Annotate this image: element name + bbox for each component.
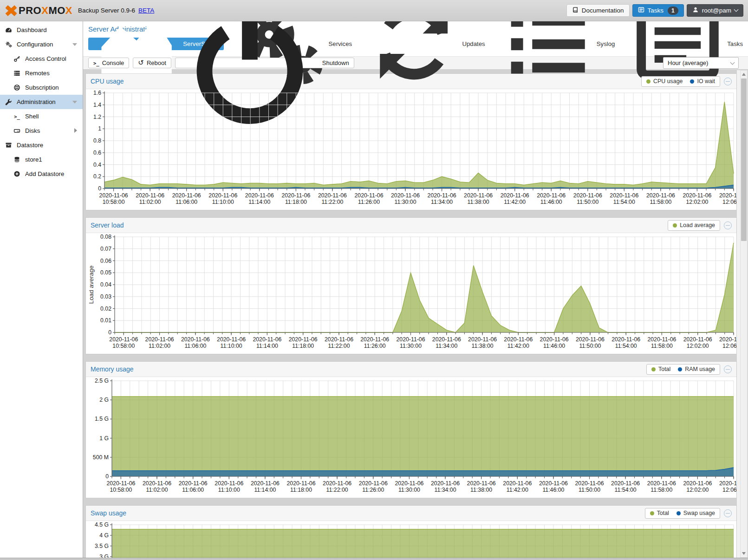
svg-text:11:18:00: 11:18:00 (292, 343, 314, 349)
tab-updates[interactable]: Updates (364, 38, 490, 50)
sidebar-item-label: Shell (25, 113, 39, 120)
panel-swap: Swap usageTotalSwap usage0500 M1 G1.5 G2… (85, 505, 737, 560)
wrench-icon (5, 98, 12, 105)
scroll-down-arrow-icon[interactable] (742, 552, 746, 555)
svg-text:11:34:00: 11:34:00 (435, 487, 456, 493)
button-label: Console (102, 59, 124, 66)
sidebar-item-access-control[interactable]: Access Control (0, 52, 83, 66)
svg-text:2020-11-06: 2020-11-06 (683, 192, 711, 199)
svg-text:12:06:00: 12:06:00 (722, 199, 736, 205)
svg-text:2020-11-06: 2020-11-06 (504, 336, 533, 343)
panel-mem: Memory usageTotalRAM usage0500 M1 G1.5 G… (85, 361, 737, 498)
panel-load: Server loadLoad average00.010.020.030.04… (85, 217, 737, 354)
sidebar-item-add-datastore[interactable]: Add Datastore (0, 167, 83, 181)
legend-label: CPU usage (653, 78, 683, 85)
svg-text:2020-11-06: 2020-11-06 (215, 480, 243, 487)
sidebar-item-remotes[interactable]: Remotes (0, 66, 83, 80)
collapse-panel-icon[interactable] (724, 509, 732, 517)
svg-text:11:14:00: 11:14:00 (248, 199, 270, 205)
sidebar-item-administration[interactable]: Administration (0, 95, 83, 109)
svg-text:2020-11-06: 2020-11-06 (575, 480, 604, 487)
toolbar-buttons: >_Console↺RebootShutdown (88, 58, 354, 68)
legend-dot-icon (690, 79, 694, 84)
tasks-button[interactable]: Tasks 1 (632, 4, 684, 17)
sidebar-item-shell[interactable]: >_Shell (0, 109, 83, 124)
svg-text:11:58:00: 11:58:00 (650, 199, 671, 205)
time-range-select[interactable]: Hour (average) (663, 57, 739, 69)
tab-tasks[interactable]: Tasks (626, 38, 748, 50)
terminal-icon: >_ (14, 114, 20, 119)
reboot-button[interactable]: ↺Reboot (133, 58, 171, 68)
svg-text:2020-11-06: 2020-11-06 (683, 336, 712, 343)
svg-text:11:10:00: 11:10:00 (221, 343, 242, 349)
legend-dot-icon (651, 367, 656, 371)
legend-item-load-average[interactable]: Load average (673, 222, 715, 228)
svg-text:2020-11-06: 2020-11-06 (611, 336, 640, 343)
svg-text:Load average: Load average (88, 266, 95, 304)
user-icon (692, 7, 699, 13)
chart-legend: TotalRAM usage (646, 364, 720, 375)
svg-text:12:02:00: 12:02:00 (687, 343, 709, 349)
main-content: Server Administration ServerStatusServic… (83, 21, 748, 560)
svg-text:11:34:00: 11:34:00 (436, 343, 457, 349)
svg-text:2020-11-06: 2020-11-06 (395, 480, 423, 487)
gauge-icon (5, 26, 12, 33)
sidebar-item-disks[interactable]: Disks (0, 124, 83, 138)
sidebar-item-dashboard[interactable]: Dashboard (0, 23, 83, 37)
hdd-icon (13, 127, 20, 134)
sidebar-item-datastore[interactable]: Datastore (0, 138, 83, 152)
scroll-up-arrow-icon[interactable] (742, 73, 746, 76)
svg-text:11:30:00: 11:30:00 (398, 487, 420, 493)
collapse-panel-icon[interactable] (724, 221, 732, 229)
sidebar-item-configuration[interactable]: Configuration (0, 37, 83, 52)
beta-link[interactable]: BETA (138, 7, 154, 14)
collapse-panel-icon[interactable] (724, 365, 732, 373)
shutdown-button[interactable]: Shutdown (175, 58, 354, 68)
panel-title: Server load (91, 221, 124, 229)
chevron-down-icon (730, 60, 735, 65)
svg-text:2020-11-06: 2020-11-06 (468, 336, 497, 343)
chevron-right-icon (74, 128, 77, 133)
chart-legend: TotalSwap usage (645, 508, 720, 519)
chart-legend: Load average (668, 220, 720, 231)
svg-text:11:30:00: 11:30:00 (395, 199, 416, 205)
panel-header-swap: Swap usageTotalSwap usage (86, 506, 736, 521)
tab-syslog[interactable]: Syslog (497, 38, 620, 50)
collapse-panel-icon[interactable] (724, 78, 732, 85)
svg-text:0.02: 0.02 (100, 306, 111, 312)
scrollbar-thumb[interactable] (741, 78, 747, 241)
svg-text:12:06:00: 12:06:00 (722, 343, 736, 349)
button-label: Shutdown (322, 59, 349, 66)
legend-item-total[interactable]: Total (650, 510, 669, 516)
svg-text:2020-11-06: 2020-11-06 (576, 336, 605, 343)
user-icon (692, 7, 699, 14)
vertical-scrollbar[interactable] (740, 70, 748, 558)
documentation-button[interactable]: Documentation (566, 4, 630, 17)
load-chart: 00.010.020.030.040.050.060.070.082020-11… (86, 233, 736, 354)
legend-item-swap-usage[interactable]: Swap usage (676, 510, 715, 516)
svg-text:2020-11-06: 2020-11-06 (539, 480, 568, 487)
sidebar-item-store1[interactable]: store1 (0, 152, 83, 167)
legend-item-io-wait[interactable]: IO wait (690, 78, 715, 85)
legend-label: Swap usage (683, 510, 715, 516)
user-label: root@pam (702, 7, 731, 14)
chart-legend: CPU usageIO wait (641, 76, 720, 87)
svg-text:2020-11-06: 2020-11-06 (245, 192, 274, 199)
legend-item-cpu-usage[interactable]: CPU usage (646, 78, 683, 85)
svg-text:2020-11-06: 2020-11-06 (719, 192, 736, 199)
user-menu-button[interactable]: root@pam (687, 4, 743, 17)
svg-text:1: 1 (98, 125, 101, 132)
sidebar-item-subscription[interactable]: Subscription (0, 80, 83, 95)
legend-item-total[interactable]: Total (651, 366, 670, 372)
svg-text:2020-11-06: 2020-11-06 (428, 192, 456, 199)
svg-text:10:58:00: 10:58:00 (112, 343, 135, 349)
svg-text:2020-11-06: 2020-11-06 (253, 336, 281, 343)
top-bar: PROXMOX Backup Server 0.9-6 BETA Documen… (0, 0, 748, 21)
svg-text:11:06:00: 11:06:00 (184, 343, 206, 349)
console-button[interactable]: >_Console (88, 58, 129, 68)
svg-text:2020-11-06: 2020-11-06 (287, 480, 316, 487)
svg-text:2020-11-06: 2020-11-06 (719, 480, 736, 487)
legend-item-ram-usage[interactable]: RAM usage (678, 366, 715, 372)
key-icon (13, 55, 20, 62)
svg-text:1.5 G: 1.5 G (95, 416, 109, 422)
